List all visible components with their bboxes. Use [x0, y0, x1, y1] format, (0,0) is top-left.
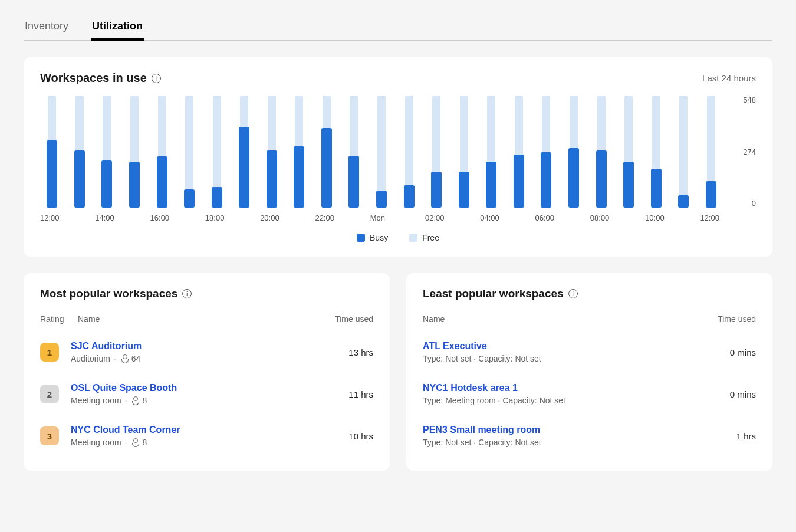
workspace-info: NYC Cloud Team CornerMeeting room·8	[71, 425, 314, 447]
bar-slot	[452, 96, 476, 208]
x-tick	[508, 214, 535, 222]
legend-free: Free	[409, 233, 439, 242]
table-row[interactable]: 3NYC Cloud Team CornerMeeting room·810 h…	[40, 415, 373, 457]
legend-swatch-free	[409, 234, 417, 242]
table-row[interactable]: PEN3 Small meeting roomType: Not set · C…	[423, 415, 756, 457]
bar-slot	[672, 96, 696, 208]
workspace-capacity: 8	[142, 438, 147, 447]
most-popular-title: Most popular workspaces i	[40, 287, 373, 300]
bar-busy	[294, 146, 304, 208]
workspace-name[interactable]: SJC Auditorium	[71, 341, 314, 352]
col-name: Name	[423, 314, 697, 324]
workspace-sub: Type: Meeting room · Capacity: Not set	[423, 396, 697, 405]
bar-busy	[47, 140, 57, 208]
workspace-type: Meeting room	[71, 438, 121, 447]
rank-badge: 1	[40, 343, 59, 362]
info-icon[interactable]: i	[182, 289, 192, 298]
bar-busy	[267, 150, 277, 208]
people-icon	[120, 354, 128, 363]
bar-slot	[589, 96, 613, 208]
bar-busy	[404, 185, 415, 208]
dot-separator: ·	[125, 396, 127, 405]
bar-busy	[129, 162, 140, 208]
x-tick: 06:00	[535, 214, 563, 222]
workspace-type: Auditorium	[71, 354, 110, 363]
x-tick: 14:00	[95, 214, 123, 222]
workspace-capacity: 8	[142, 396, 147, 405]
bar-busy	[706, 181, 716, 208]
bar-slot	[617, 96, 641, 208]
workspace-info: ATL ExecutiveType: Not set · Capacity: N…	[423, 341, 697, 363]
table-row[interactable]: 1SJC AuditoriumAuditorium·6413 hrs	[40, 331, 373, 373]
x-tick: 08:00	[590, 214, 618, 222]
bar-slot	[370, 96, 394, 208]
col-name: Name	[78, 314, 314, 324]
workspace-name[interactable]: NYC1 Hotdesk area 1	[423, 383, 697, 393]
x-tick	[453, 214, 481, 222]
bar-busy	[157, 156, 167, 208]
bar-slot	[507, 96, 531, 208]
x-tick	[397, 214, 425, 222]
bar-slot	[177, 96, 202, 208]
x-tick	[343, 214, 370, 222]
y-axis: 548 274 0	[728, 96, 756, 208]
least-popular-card: Least popular workspaces i Name Time use…	[406, 273, 772, 471]
tab-utilization[interactable]: Utilization	[91, 14, 144, 40]
info-icon[interactable]: i	[152, 74, 161, 83]
time-used: 10 hrs	[314, 431, 373, 441]
table-row[interactable]: NYC1 Hotdesk area 1Type: Meeting room · …	[423, 373, 756, 415]
least-popular-list: ATL ExecutiveType: Not set · Capacity: N…	[423, 331, 756, 457]
people-icon	[130, 438, 139, 446]
bar-busy	[568, 148, 579, 208]
bar-busy	[184, 189, 195, 208]
bar-slot	[699, 96, 723, 208]
bar-slot	[342, 96, 366, 208]
dot-separator: ·	[114, 354, 116, 363]
bar-slot	[205, 96, 229, 208]
bar-busy	[596, 150, 607, 208]
x-axis: 12:0014:0016:0018:0020:0022:00Mon02:0004…	[40, 214, 728, 222]
workspace-sub: Type: Not set · Capacity: Not set	[423, 438, 697, 447]
bar-slot	[123, 96, 147, 208]
tab-inventory[interactable]: Inventory	[24, 14, 70, 40]
y-tick: 274	[743, 147, 756, 156]
least-popular-title-text: Least popular workspaces	[423, 287, 564, 300]
x-tick	[563, 214, 590, 222]
workspace-type: Meeting room	[71, 396, 121, 405]
bar-busy	[431, 172, 442, 208]
bar-busy	[239, 127, 249, 208]
time-range: Last 24 hours	[702, 73, 756, 83]
col-time: Time used	[314, 314, 373, 324]
workspace-name[interactable]: OSL Quite Space Booth	[71, 383, 314, 393]
x-tick: 10:00	[645, 214, 673, 222]
col-rating: Rating	[40, 314, 78, 324]
x-tick: 02:00	[425, 214, 453, 222]
info-icon[interactable]: i	[568, 289, 578, 298]
bar-busy	[514, 155, 524, 208]
workspace-name[interactable]: PEN3 Small meeting room	[423, 425, 697, 435]
chart-bars	[40, 96, 728, 208]
workspace-name[interactable]: NYC Cloud Team Corner	[71, 425, 314, 435]
workspace-info: OSL Quite Space BoothMeeting room·8	[71, 383, 314, 405]
bar-slot	[479, 96, 504, 208]
most-popular-card: Most popular workspaces i Rating Name Ti…	[24, 273, 390, 471]
workspace-name[interactable]: ATL Executive	[423, 341, 697, 352]
bar-busy	[486, 162, 496, 208]
card-title: Workspaces in use i	[40, 71, 161, 85]
table-row[interactable]: ATL ExecutiveType: Not set · Capacity: N…	[423, 331, 756, 373]
bar-busy	[651, 169, 662, 208]
y-tick: 0	[752, 199, 756, 208]
least-popular-title: Least popular workspaces i	[423, 287, 756, 300]
x-tick	[123, 214, 150, 222]
people-icon	[130, 396, 139, 405]
legend-busy-label: Busy	[370, 233, 388, 242]
legend-swatch-busy	[357, 234, 365, 242]
table-row[interactable]: 2OSL Quite Space BoothMeeting room·811 h…	[40, 373, 373, 415]
tabs: Inventory Utilization	[24, 14, 772, 41]
x-tick	[617, 214, 645, 222]
bar-busy	[74, 150, 85, 208]
x-tick	[673, 214, 700, 222]
bar-slot	[287, 96, 311, 208]
bar-busy	[623, 162, 634, 208]
bar-busy	[212, 187, 222, 208]
